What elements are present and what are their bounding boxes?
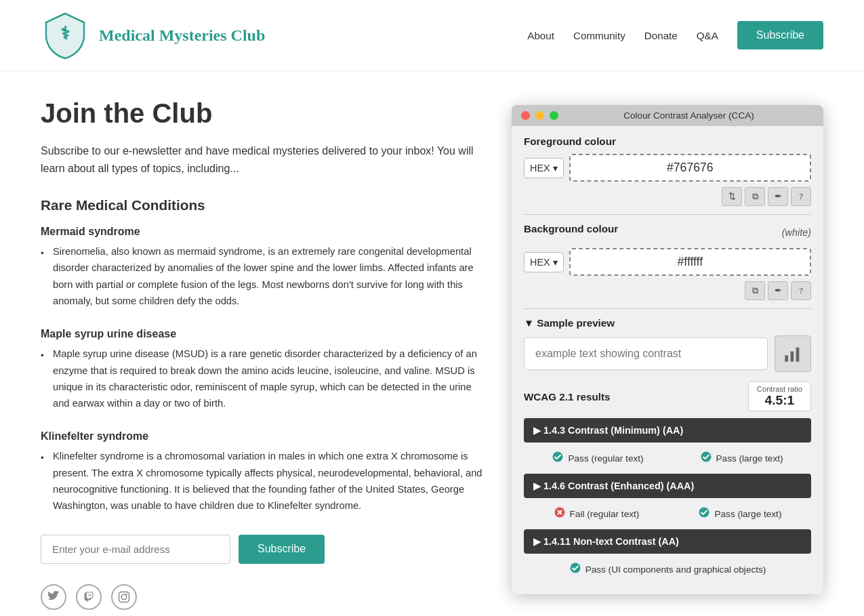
cca-pass-item: Pass (regular text) [552,451,643,466]
svg-text:⚕: ⚕ [60,23,70,43]
logo-area: ⚕ Medical Mysteries Club [41,11,265,60]
pass-icon [700,451,712,466]
cca-titlebar: Colour Contrast Analyser (CCA) [512,105,823,126]
cca-contrast-ratio-label: Contrast ratio [757,385,802,393]
condition-block: Mermaid syndrome Sirenomelia, also known… [41,226,485,309]
cca-fg-sliders-icon[interactable]: ⧉ [745,187,765,206]
cca-background-label: Background colour [524,223,618,234]
cca-result-label: ▶ 1.4.11 Non-text Contrast (AA) [533,536,679,547]
condition-block: Klinefelter syndrome Klinefelter syndrom… [41,430,485,514]
svg-point-7 [553,452,563,462]
nav-about[interactable]: About [527,30,554,41]
cca-background-format[interactable]: HEX ▾ [524,252,564,272]
condition-name: Maple syrup urine disease [41,328,485,340]
section-heading: Rare Medical Conditions [41,197,485,213]
cca-dot-red [521,111,530,120]
cca-background-white: (white) [782,227,811,238]
cca-pass-text: Pass (UI components and graphical object… [585,564,766,575]
cca-result-label: ▶ 1.4.6 Contrast (Enhanced) (AAA) [533,480,694,491]
nav-qa[interactable]: Q&A [697,30,718,41]
cca-bg-help-icon[interactable]: ? [791,281,811,300]
condition-description: Maple syrup urine disease (MSUD) is a ra… [41,346,485,411]
svg-rect-6 [796,348,800,362]
cca-chart-icon[interactable] [775,335,811,372]
cca-pass-item: Pass (UI components and graphical object… [569,562,766,577]
cca-contrast-ratio-value: 4.5:1 [757,393,802,408]
main-nav: About Community Donate Q&A Subscribe [527,21,823,49]
cca-fg-arrows-icon[interactable]: ⇅ [722,187,742,206]
intro-text: Subscribe to our e-newsletter and have m… [41,142,485,177]
subscribe-row-button[interactable]: Subscribe [239,535,325,564]
pass-icon [698,506,710,521]
cca-pass-text: Pass (regular text) [568,453,643,464]
cca-pass-text: Pass (large text) [714,509,781,519]
cca-background-row: HEX ▾ [524,248,811,276]
nav-community[interactable]: Community [573,30,625,41]
svg-point-12 [699,508,709,518]
svg-rect-5 [791,352,794,362]
site-header: ⚕ Medical Mysteries Club About Community… [0,0,864,71]
cca-fg-eyedropper-icon[interactable]: ✒ [768,187,788,206]
cca-foreground-input[interactable] [569,154,811,182]
cca-wcag-row: WCAG 2.1 results Contrast ratio 4.5:1 [524,382,811,411]
page-title: Join the Club [41,98,485,129]
cca-foreground-icons: ⇅ ⧉ ✒ ? [524,187,811,206]
cca-sample-label: ▼ Sample preview [524,317,811,329]
logo-title: Medical Mysteries Club [99,26,265,45]
cca-body: Foreground colour HEX ▾ ⇅ ⧉ ✒ ? Backgrou… [512,126,823,594]
condition-description: Klinefelter syndrome is a chromosomal va… [41,448,485,514]
cca-result-bar[interactable]: ▶ 1.4.6 Contrast (Enhanced) (AAA) [524,474,811,498]
svg-rect-1 [119,592,129,602]
email-input[interactable] [41,535,230,564]
cca-dot-yellow [535,111,544,120]
svg-point-3 [126,593,127,594]
conditions-container: Mermaid syndrome Sirenomelia, also known… [41,226,485,514]
cca-bg-sliders-icon[interactable]: ⧉ [745,281,765,300]
cca-result-bar[interactable]: ▶ 1.4.3 Contrast (Minimum) (AA) [524,418,811,443]
cca-sample-row: example text showing contrast [524,335,811,372]
cca-sample-text: example text showing contrast [524,337,768,370]
cca-pass-row: Pass (regular text)Pass (large text) [524,448,811,468]
cca-pass-text: Pass (large text) [716,453,783,464]
svg-point-2 [121,594,127,600]
cca-background-input[interactable] [569,248,811,276]
nav-donate[interactable]: Donate [644,30,678,41]
pass-icon [569,562,581,577]
cca-pass-item: Fail (regular text) [554,506,640,521]
cca-pass-text: Fail (regular text) [570,509,640,519]
cca-bg-eyedropper-icon[interactable]: ✒ [768,281,788,300]
cca-bg-label-row: Background colour (white) [524,223,811,241]
condition-name: Klinefelter syndrome [41,430,485,443]
cca-pass-item: Pass (large text) [700,451,783,466]
main-layout: Join the Club Subscribe to our e-newslet… [0,71,864,616]
cca-panel: Colour Contrast Analyser (CCA) Foregroun… [512,105,823,594]
content-area: Join the Club Subscribe to our e-newslet… [41,98,485,610]
cca-wcag-label: WCAG 2.1 results [524,391,610,403]
cca-title: Colour Contrast Analyser (CCA) [564,110,814,121]
cca-fg-help-icon[interactable]: ? [791,187,811,206]
cca-divider-1 [524,214,811,215]
condition-name: Mermaid syndrome [41,226,485,238]
svg-point-8 [701,452,711,462]
cca-foreground-format[interactable]: HEX ▾ [524,158,564,178]
cca-pass-row: Fail (regular text)Pass (large text) [524,504,811,524]
nav-subscribe-button[interactable]: Subscribe [737,21,823,49]
pass-icon [552,451,564,466]
cca-pass-row: Pass (UI components and graphical object… [524,559,811,579]
cca-background-icons: ⧉ ✒ ? [524,281,811,300]
cca-result-label: ▶ 1.4.3 Contrast (Minimum) (AA) [533,425,683,436]
svg-point-13 [570,563,580,573]
condition-block: Maple syrup urine disease Maple syrup ur… [41,328,485,411]
cca-contrast-box: Contrast ratio 4.5:1 [748,382,811,411]
twitter-icon[interactable] [41,584,66,610]
cca-result-bar[interactable]: ▶ 1.4.11 Non-text Contrast (AA) [524,529,811,554]
cca-foreground-row: HEX ▾ [524,154,811,182]
subscribe-row: Subscribe [41,535,485,564]
cca-results-container: ▶ 1.4.3 Contrast (Minimum) (AA)Pass (reg… [524,418,811,579]
instagram-icon[interactable] [111,584,137,610]
twitch-icon[interactable] [76,584,102,610]
social-icons [41,584,485,610]
logo-icon: ⚕ [41,11,89,60]
cca-foreground-label: Foreground colour [524,136,811,147]
cca-divider-2 [524,308,811,309]
